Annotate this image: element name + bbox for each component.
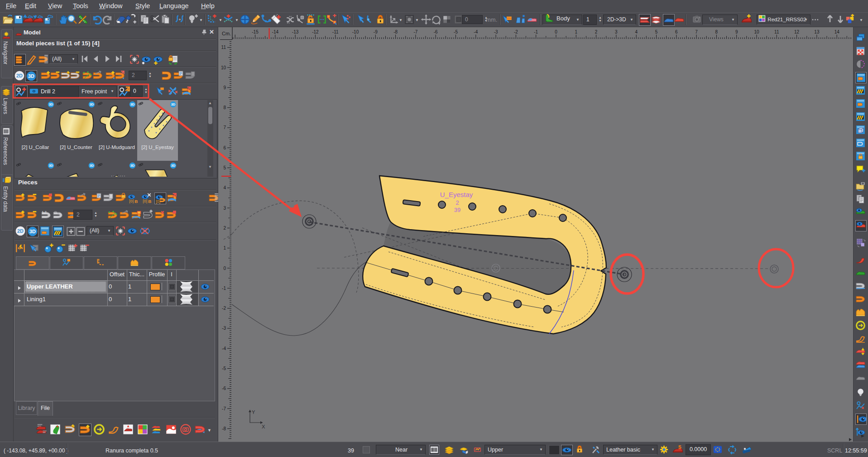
- svg-text:13: 13: [814, 29, 820, 34]
- svg-text:0: 0: [555, 29, 557, 34]
- svg-text:9: 9: [223, 85, 226, 90]
- svg-text:-2: -2: [514, 29, 518, 34]
- svg-text:0: 0: [223, 266, 226, 271]
- svg-text:3D: 3D: [90, 164, 94, 168]
- svg-text:-15: -15: [252, 29, 259, 34]
- svg-text:[0]: [0]: [156, 199, 160, 204]
- svg-text:B: B: [148, 199, 151, 203]
- svg-text:-3: -3: [222, 326, 226, 331]
- svg-text:-3: -3: [494, 29, 498, 34]
- svg-text:3D: 3D: [28, 73, 34, 79]
- svg-text:2D: 2D: [16, 73, 23, 78]
- svg-text:2D: 2D: [17, 228, 24, 234]
- svg-text:7: 7: [695, 29, 698, 34]
- svg-text:3D: 3D: [130, 164, 135, 168]
- svg-text:6: 6: [675, 29, 678, 34]
- svg-text:Y: Y: [252, 409, 255, 415]
- svg-text:-7: -7: [222, 406, 226, 411]
- svg-text:8: 8: [715, 29, 718, 34]
- svg-text:6: 6: [223, 145, 226, 150]
- svg-text:Cm.: Cm.: [222, 31, 231, 36]
- svg-text:1,2..: 1,2..: [42, 210, 48, 214]
- svg-text:[0]: [0]: [143, 199, 147, 203]
- svg-text:-5: -5: [222, 366, 226, 371]
- svg-text:-6: -6: [222, 386, 226, 391]
- svg-text:-10: -10: [352, 29, 359, 34]
- svg-text:-13: -13: [292, 29, 299, 34]
- svg-text:-9: -9: [374, 29, 378, 34]
- svg-text:3D: 3D: [49, 164, 53, 168]
- svg-text:11: 11: [221, 45, 226, 50]
- svg-text:-4: -4: [474, 29, 478, 34]
- svg-text:-4: -4: [222, 346, 226, 351]
- svg-text:3: 3: [223, 206, 226, 211]
- svg-text:2: 2: [223, 226, 226, 231]
- svg-text:$: $: [678, 445, 681, 450]
- svg-text:1: 1: [575, 29, 578, 34]
- svg-text:5: 5: [655, 29, 658, 34]
- svg-text:-14: -14: [272, 29, 279, 34]
- svg-text:4: 4: [223, 185, 226, 190]
- svg-text:7: 7: [223, 125, 226, 130]
- svg-text:9: 9: [735, 29, 738, 34]
- svg-text:2: 2: [456, 199, 459, 206]
- svg-text:1: 1: [223, 245, 226, 250]
- svg-text:14: 14: [834, 29, 840, 34]
- svg-text:-11: -11: [332, 29, 339, 34]
- svg-text:-8: -8: [393, 29, 398, 34]
- svg-text:U_Eyestay: U_Eyestay: [440, 191, 473, 198]
- svg-text:11: 11: [774, 29, 779, 34]
- svg-text:-8: -8: [222, 426, 226, 431]
- svg-text:-1: -1: [534, 29, 538, 34]
- svg-text:-2: -2: [222, 306, 226, 311]
- svg-text:5: 5: [223, 165, 226, 170]
- svg-text:8: 8: [223, 105, 226, 110]
- svg-text:X: X: [262, 424, 265, 429]
- svg-text:12: 12: [794, 29, 800, 34]
- svg-text:3D: 3D: [171, 164, 176, 168]
- svg-text:2: 2: [595, 29, 598, 34]
- svg-text:10: 10: [754, 29, 759, 34]
- svg-text:B: B: [134, 199, 138, 203]
- svg-text:4: 4: [635, 29, 638, 34]
- svg-text:-5: -5: [454, 29, 458, 34]
- svg-text:10: 10: [221, 65, 226, 70]
- svg-text:39: 39: [454, 207, 460, 213]
- svg-text:3D: 3D: [29, 229, 36, 234]
- svg-text:-6: -6: [434, 29, 438, 34]
- svg-text:-1: -1: [222, 286, 226, 291]
- svg-text:-12: -12: [312, 29, 319, 34]
- svg-text:3: 3: [615, 29, 618, 34]
- svg-text:-7: -7: [413, 29, 417, 34]
- svg-text:[0]: [0]: [129, 199, 134, 203]
